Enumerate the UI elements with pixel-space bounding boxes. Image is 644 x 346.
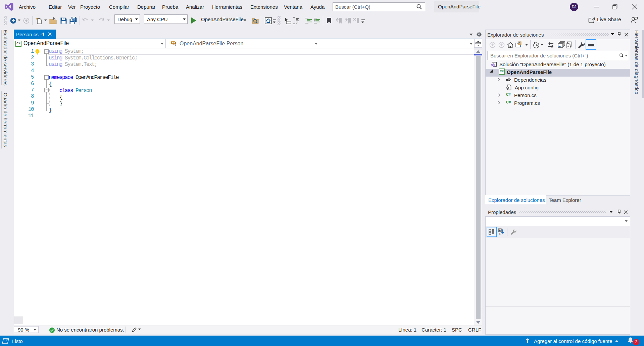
svg-text:Z: Z (499, 232, 501, 235)
svg-text:A: A (499, 229, 501, 232)
svg-text:?: ? (313, 19, 315, 22)
